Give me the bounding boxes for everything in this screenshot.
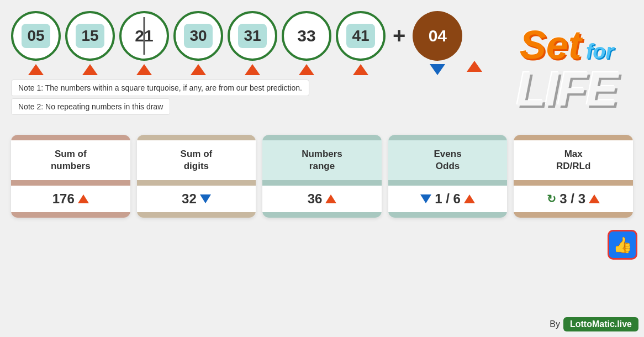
stat-bar-bottom-numbers-range [262, 212, 382, 218]
ball-05: 05 [11, 11, 61, 61]
evens-odds-down-icon [420, 194, 431, 203]
stat-card-max-rd: MaxRD/RLd ↻ 3 / 3 [514, 135, 633, 218]
arrow-up-30[interactable] [191, 64, 206, 75]
ball-21: 21 [119, 11, 169, 61]
refresh-icon: ↻ [547, 192, 556, 206]
stat-bar-top-sum-digits [137, 135, 256, 140]
ball-15-number: 15 [76, 24, 104, 48]
sum-digits-value: 32 [182, 191, 197, 207]
numbers-range-value: 36 [308, 191, 323, 207]
stat-card-numbers-range: Numbersrange 36 [262, 135, 382, 218]
stat-bar-top-sum-numbers [11, 135, 130, 140]
ball-container-41: 41 [336, 11, 386, 75]
ball-15: 15 [65, 11, 115, 61]
footer-brand: By LottoMatic.live [550, 317, 638, 331]
stat-bar-top-max-rd [514, 135, 633, 140]
arrow-up-05[interactable] [28, 64, 44, 75]
extra-arrow-container [467, 11, 482, 72]
stat-bar-mid-sum-numbers [11, 180, 130, 186]
stat-bar-top-evens-odds [388, 135, 508, 140]
stat-bar-mid-sum-digits [137, 180, 256, 186]
divider-line [144, 17, 145, 55]
ball-30: 30 [173, 11, 223, 61]
ball-container-05: 05 [11, 11, 61, 75]
arrow-down-bonus[interactable] [430, 64, 445, 75]
stat-bar-bottom-max-rd [514, 212, 633, 218]
logo-area: Set for LIFE [495, 6, 638, 133]
stat-bar-bottom-evens-odds [388, 212, 508, 218]
max-rd-trend-icon [589, 194, 600, 203]
ball-container-30: 30 [173, 11, 223, 75]
ball-container-bonus: 04 [413, 11, 462, 75]
max-rd-value: 3 / 3 [559, 191, 585, 207]
sum-digits-trend-icon [200, 194, 211, 203]
stat-bar-mid-max-rd [514, 180, 633, 186]
stat-card-sum-digits: Sum ofdigits 32 [137, 135, 256, 218]
note-2: Note 2: No repeating numbers in this dra… [11, 98, 170, 115]
sum-numbers-trend-icon [78, 194, 89, 203]
stat-value-sum-numbers: 176 [11, 186, 130, 212]
stat-value-max-rd: ↻ 3 / 3 [514, 186, 633, 212]
evens-odds-value: 1 / 6 [435, 191, 461, 207]
bonus-ball: 04 [413, 11, 462, 61]
lotto-badge: LottoMatic.live [563, 317, 638, 331]
logo-life: LIFE [516, 65, 617, 113]
logo-set: Set [520, 25, 582, 65]
arrow-up-21[interactable] [136, 64, 152, 75]
stat-card-sum-numbers: Sum ofnumbers 176 [11, 135, 130, 218]
plus-sign: + [393, 23, 405, 48]
like-button[interactable]: 👍 [608, 230, 637, 260]
arrow-up-41[interactable] [353, 64, 368, 75]
ball-container-15: 15 [65, 11, 115, 75]
logo-text: Set for LIFE [516, 25, 617, 113]
stat-bar-bottom-sum-digits [137, 212, 256, 218]
ball-41: 41 [336, 11, 386, 61]
sum-numbers-value: 176 [52, 191, 75, 207]
main-container: Set for LIFE 05 15 [0, 0, 644, 337]
stat-bar-mid-evens-odds [388, 180, 508, 186]
arrow-up-33[interactable] [299, 64, 314, 75]
stat-bar-bottom-sum-numbers [11, 212, 130, 218]
stat-value-numbers-range: 36 [262, 186, 382, 212]
like-thumb-icon: 👍 [613, 236, 632, 254]
ball-33-number: 33 [297, 27, 315, 45]
ball-33: 33 [282, 11, 331, 61]
ball-41-number: 41 [346, 24, 374, 48]
stat-header-sum-digits: Sum ofdigits [137, 140, 256, 180]
stats-section: Sum ofnumbers 176 Sum ofdigits 32 Number… [0, 126, 644, 227]
arrow-up-15[interactable] [82, 64, 98, 75]
numbers-range-trend-icon [325, 194, 336, 203]
stat-header-evens-odds: EvensOdds [388, 140, 508, 180]
ball-30-number: 30 [184, 24, 212, 48]
ball-container-31: 31 [228, 11, 277, 75]
ball-31: 31 [228, 11, 277, 61]
stat-header-max-rd: MaxRD/RLd [514, 140, 633, 180]
stat-header-numbers-range: Numbersrange [262, 140, 382, 180]
arrow-up-extra[interactable] [467, 61, 482, 72]
stat-bar-mid-numbers-range [262, 180, 382, 186]
stat-bar-top-numbers-range [262, 135, 382, 140]
arrow-up-31[interactable] [245, 64, 260, 75]
stat-value-evens-odds: 1 / 6 [388, 186, 508, 212]
logo-for: for [586, 40, 614, 64]
note-1: Note 1: The numbers within a square turq… [11, 80, 309, 96]
evens-odds-up-icon [464, 194, 475, 203]
bonus-ball-number: 04 [429, 27, 447, 45]
ball-container-33: 33 [282, 11, 331, 75]
stat-card-evens-odds: EvensOdds 1 / 6 [388, 135, 508, 218]
balls-row: 05 15 21 30 [11, 11, 482, 75]
footer-by-text: By [550, 319, 560, 329]
stat-value-sum-digits: 32 [137, 186, 256, 212]
ball-31-number: 31 [238, 24, 266, 48]
stat-header-sum-numbers: Sum ofnumbers [11, 140, 130, 180]
ball-05-number: 05 [22, 24, 50, 48]
ball-container-21: 21 [119, 11, 169, 75]
